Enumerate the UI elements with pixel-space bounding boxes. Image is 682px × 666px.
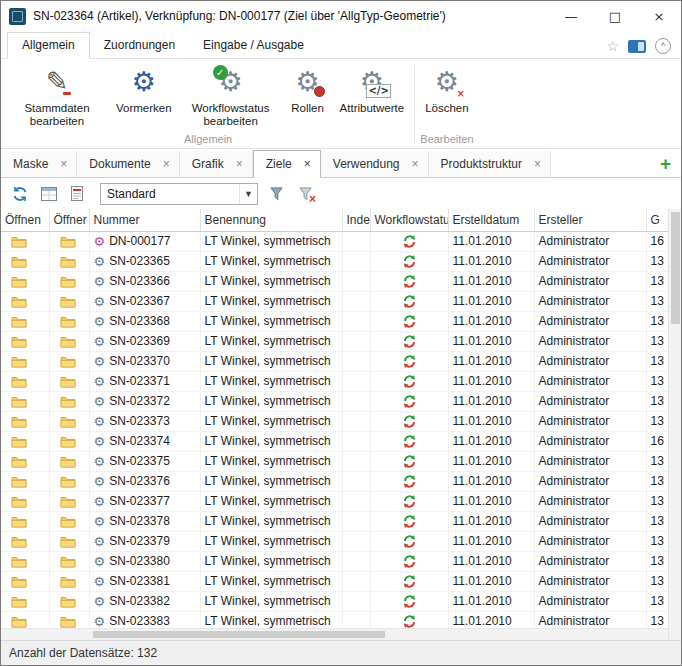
col-erstelldatum[interactable]: Erstelldatum	[448, 209, 534, 231]
open-folder-icon[interactable]	[11, 275, 27, 288]
open-folder-icon[interactable]	[60, 335, 76, 348]
loeschen-button[interactable]: ⚙ × Löschen	[418, 61, 475, 131]
vertical-scrollbar-thumb[interactable]	[671, 212, 680, 324]
col-geaendert[interactable]: G	[646, 209, 668, 231]
open-folder-icon[interactable]	[11, 375, 27, 388]
table-row[interactable]: ⚙ SN-023368 LT Winkel, symmetrisch 11.01…	[1, 311, 668, 331]
tab-close-icon[interactable]: ×	[163, 159, 170, 169]
table-row[interactable]: ⚙ SN-023367 LT Winkel, symmetrisch 11.01…	[1, 291, 668, 311]
open-folder-icon[interactable]	[60, 495, 76, 508]
table-row[interactable]: ⚙ SN-023376 LT Winkel, symmetrisch 11.01…	[1, 471, 668, 491]
open-folder-icon[interactable]	[11, 495, 27, 508]
open-folder-icon[interactable]	[60, 515, 76, 528]
tab-close-icon[interactable]: ×	[304, 159, 311, 169]
close-button[interactable]: ×	[637, 1, 681, 31]
open-folder-icon[interactable]	[11, 255, 27, 268]
open-folder-icon[interactable]	[11, 575, 27, 588]
open-folder-icon[interactable]	[11, 615, 27, 628]
open-folder-icon[interactable]	[60, 295, 76, 308]
ribbon-tab-zuordnungen[interactable]: Zuordnungen	[90, 33, 189, 58]
ribbon-tab-eingabe-ausgabe[interactable]: Eingabe / Ausgabe	[189, 33, 318, 58]
open-folder-icon[interactable]	[60, 235, 76, 248]
open-folder-icon[interactable]	[11, 535, 27, 548]
tab-close-icon[interactable]: ×	[60, 159, 67, 169]
rollen-button[interactable]: ⚙ Rollen	[283, 61, 333, 131]
minimize-button[interactable]: —	[549, 1, 593, 31]
open-folder-icon[interactable]	[11, 475, 27, 488]
col-benennung[interactable]: Benennung	[200, 209, 342, 231]
tab-close-icon[interactable]: ×	[412, 159, 419, 169]
tab-maske[interactable]: Maske ×	[1, 151, 77, 177]
attributwerte-button[interactable]: ⚙ </> Attributwerte	[333, 61, 412, 131]
table-row[interactable]: ⚙ SN-023369 LT Winkel, symmetrisch 11.01…	[1, 331, 668, 351]
table-row[interactable]: ⚙ SN-023370 LT Winkel, symmetrisch 11.01…	[1, 351, 668, 371]
table-row[interactable]: ⚙ DN-000177 LT Winkel, symmetrisch 11.01…	[1, 231, 668, 251]
table-row[interactable]: ⚙ SN-023383 LT Winkel, symmetrisch 11.01…	[1, 611, 668, 628]
tab-dokumente[interactable]: Dokumente ×	[77, 151, 179, 177]
table-row[interactable]: ⚙ SN-023379 LT Winkel, symmetrisch 11.01…	[1, 531, 668, 551]
horizontal-scrollbar[interactable]	[1, 628, 668, 640]
col-nummer[interactable]: Nummer	[89, 209, 200, 231]
open-folder-icon[interactable]	[60, 615, 76, 628]
workflowstatus-bearbeiten-button[interactable]: ⚙ ✓ Workflowstatus bearbeiten	[179, 61, 283, 131]
tab-ziele[interactable]: Ziele ×	[253, 150, 321, 178]
collapse-ribbon-icon[interactable]: ^	[655, 38, 671, 54]
open-folder-icon[interactable]	[60, 555, 76, 568]
open-folder-icon[interactable]	[60, 575, 76, 588]
open-folder-icon[interactable]	[60, 275, 76, 288]
open-folder-icon[interactable]	[60, 315, 76, 328]
open-folder-icon[interactable]	[11, 315, 27, 328]
filter-icon[interactable]	[265, 183, 287, 205]
table-row[interactable]: ⚙ SN-023378 LT Winkel, symmetrisch 11.01…	[1, 511, 668, 531]
table-row[interactable]: ⚙ SN-023374 LT Winkel, symmetrisch 11.01…	[1, 431, 668, 451]
table-row[interactable]: ⚙ SN-023371 LT Winkel, symmetrisch 11.01…	[1, 371, 668, 391]
tab-grafik[interactable]: Grafik ×	[180, 151, 253, 177]
open-folder-icon[interactable]	[11, 595, 27, 608]
tab-produktstruktur[interactable]: Produktstruktur ×	[429, 151, 551, 177]
export-report-icon[interactable]	[67, 183, 89, 205]
stammdaten-bearbeiten-button[interactable]: ✎ Stammdaten bearbeiten	[5, 61, 109, 131]
open-folder-icon[interactable]	[11, 395, 27, 408]
open-folder-icon[interactable]	[11, 235, 27, 248]
table-row[interactable]: ⚙ SN-023366 LT Winkel, symmetrisch 11.01…	[1, 271, 668, 291]
open-folder-icon[interactable]	[60, 475, 76, 488]
tab-verwendung[interactable]: Verwendung ×	[321, 151, 429, 177]
open-folder-icon[interactable]	[11, 335, 27, 348]
open-folder-icon[interactable]	[11, 435, 27, 448]
add-tab-button[interactable]: +	[660, 154, 681, 177]
open-folder-icon[interactable]	[60, 455, 76, 468]
horizontal-scrollbar-thumb[interactable]	[93, 631, 385, 638]
col-workflowstatus[interactable]: Workflowstatus	[370, 209, 448, 231]
clear-filter-icon[interactable]: ×	[294, 183, 316, 205]
open-folder-icon[interactable]	[60, 535, 76, 548]
open-folder-icon[interactable]	[60, 395, 76, 408]
table-row[interactable]: ⚙ SN-023382 LT Winkel, symmetrisch 11.01…	[1, 591, 668, 611]
open-folder-icon[interactable]	[11, 355, 27, 368]
open-folder-icon[interactable]	[11, 515, 27, 528]
table-row[interactable]: ⚙ SN-023380 LT Winkel, symmetrisch 11.01…	[1, 551, 668, 571]
open-folder-icon[interactable]	[60, 355, 76, 368]
vormerken-button[interactable]: ⚙ Vormerken	[109, 61, 179, 131]
open-folder-icon[interactable]	[11, 415, 27, 428]
table-row[interactable]: ⚙ SN-023372 LT Winkel, symmetrisch 11.01…	[1, 391, 668, 411]
table-row[interactable]: ⚙ SN-023365 LT Winkel, symmetrisch 11.01…	[1, 251, 668, 271]
table-row[interactable]: ⚙ SN-023375 LT Winkel, symmetrisch 11.01…	[1, 451, 668, 471]
vertical-scrollbar[interactable]	[668, 209, 682, 640]
favorite-star-icon[interactable]: ☆	[606, 38, 619, 54]
open-folder-icon[interactable]	[11, 455, 27, 468]
tab-close-icon[interactable]: ×	[534, 159, 541, 169]
maximize-button[interactable]: □	[593, 1, 637, 31]
col-oeffnen[interactable]: Öffnen	[1, 209, 49, 231]
panel-icon[interactable]	[628, 40, 646, 53]
table-row[interactable]: ⚙ SN-023381 LT Winkel, symmetrisch 11.01…	[1, 571, 668, 591]
ribbon-tab-allgemein[interactable]: Allgemein	[7, 32, 90, 59]
table-row[interactable]: ⚙ SN-023377 LT Winkel, symmetrisch 11.01…	[1, 491, 668, 511]
open-folder-icon[interactable]	[60, 415, 76, 428]
col-oeffner[interactable]: Öffner	[49, 209, 89, 231]
open-folder-icon[interactable]	[60, 255, 76, 268]
col-index[interactable]: Inde	[342, 209, 370, 231]
open-folder-icon[interactable]	[11, 555, 27, 568]
open-folder-icon[interactable]	[11, 295, 27, 308]
view-select[interactable]: Standard ▼	[100, 183, 258, 205]
layout-view-icon[interactable]	[38, 183, 60, 205]
